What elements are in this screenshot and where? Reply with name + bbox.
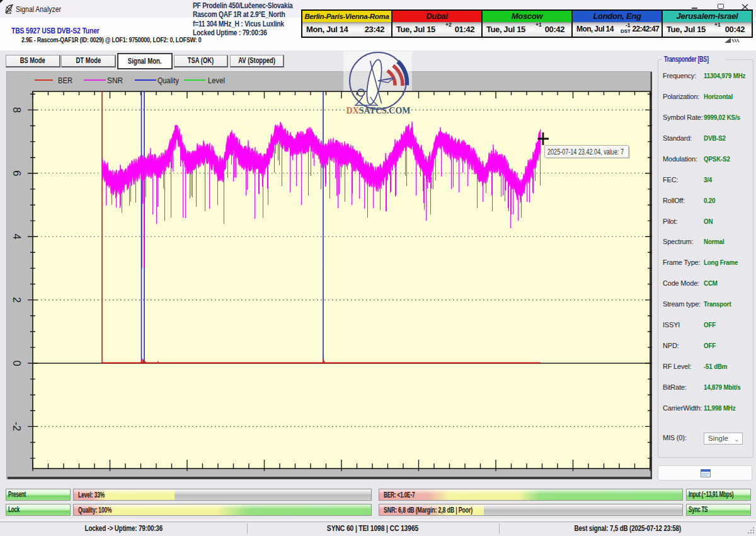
svg-text:Quality: Quality bbox=[158, 76, 179, 85]
svg-text:2: 2 bbox=[11, 297, 23, 303]
svg-text:8: 8 bbox=[11, 107, 23, 113]
svg-text:BER: BER bbox=[58, 76, 72, 85]
svg-text:DXSATCS.COM: DXSATCS.COM bbox=[346, 105, 411, 115]
svg-text:6: 6 bbox=[11, 170, 23, 176]
svg-text:4: 4 bbox=[11, 234, 23, 240]
svg-text:Level: Level bbox=[208, 76, 225, 85]
svg-text:-2: -2 bbox=[11, 422, 23, 431]
svg-text:2025-07-14 23.42.04, value: 7: 2025-07-14 23.42.04, value: 7 bbox=[547, 147, 624, 156]
svg-text:0: 0 bbox=[11, 360, 23, 366]
svg-text:SNR: SNR bbox=[107, 76, 123, 85]
